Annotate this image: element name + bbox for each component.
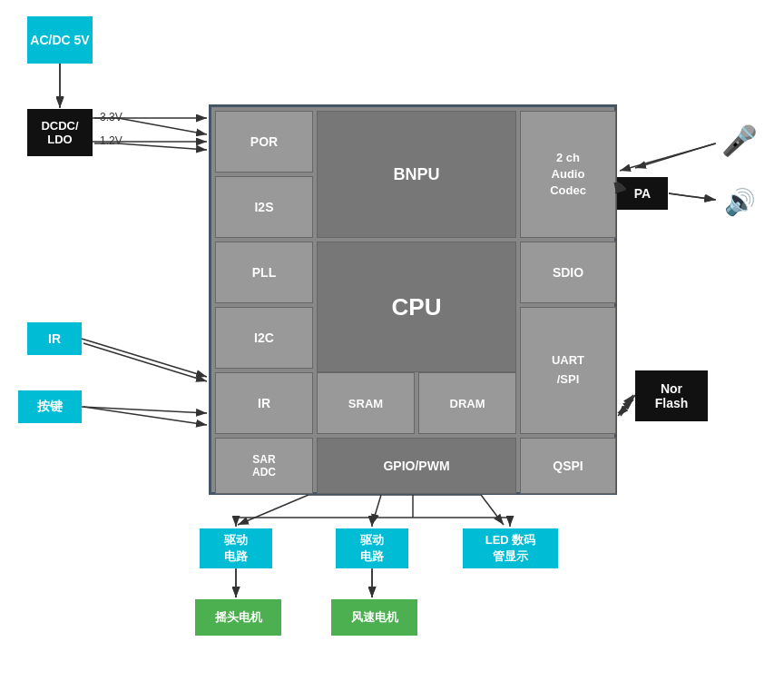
speaker-icon: 🔊: [717, 182, 762, 222]
svg-line-14: [372, 495, 381, 525]
cell-qspi: QSPI: [520, 438, 616, 494]
cell-por: POR: [215, 111, 313, 173]
led-box: LED 数码管显示: [463, 528, 558, 568]
svg-line-12: [621, 395, 635, 416]
cell-i2s: I2S: [215, 176, 313, 238]
v33-label: 3.3V: [100, 111, 122, 123]
cell-bnpu: BNPU: [317, 111, 516, 238]
svg-line-11: [619, 395, 633, 413]
svg-line-37: [618, 400, 633, 416]
svg-line-15: [481, 495, 504, 525]
drive1-box: 驱动电路: [200, 528, 272, 568]
svg-line-5: [83, 343, 207, 381]
svg-line-10: [635, 143, 715, 168]
cell-dram: DRAM: [418, 372, 516, 434]
cell-cpu: CPU: [317, 242, 516, 372]
acdc-box: AC/DC 5V: [27, 16, 93, 64]
cell-uart: UART/SPI: [520, 307, 616, 434]
cell-pll: PLL: [215, 242, 313, 303]
svg-line-24: [118, 118, 207, 134]
cell-audio: 2 chAudioCodec: [520, 111, 616, 238]
pa-box: PA: [617, 177, 668, 210]
v12-label: 1.2V: [100, 134, 122, 147]
cell-saradc: SARADC: [215, 438, 313, 494]
main-chip: POR BNPU 2 chAudioCodec I2S PLL CPU SDIO…: [209, 104, 617, 495]
cell-sdio: SDIO: [520, 242, 616, 303]
norflash-box: NorFlash: [635, 370, 708, 421]
drive2-box: 驱动电路: [336, 528, 408, 568]
motor2-box: 风速电机: [331, 599, 417, 636]
svg-line-35: [620, 143, 716, 171]
cell-ir: IR: [215, 372, 313, 434]
cell-sram: SRAM: [317, 372, 415, 434]
cell-i2c: I2C: [215, 307, 313, 369]
svg-line-27: [82, 339, 207, 377]
anjian-box: 按键: [18, 390, 82, 423]
dcdc-box: DCDC/LDO: [27, 109, 93, 156]
svg-line-26: [118, 143, 207, 150]
motor1-box: 摇头电机: [195, 599, 281, 636]
microphone-icon: 🎤: [717, 118, 762, 163]
svg-line-9: [669, 193, 715, 200]
svg-line-6: [83, 407, 207, 425]
svg-line-36: [618, 400, 633, 413]
diagram: AC/DC 5V DCDC/LDO 3.3V 1.2V IR 按键 POR BN…: [0, 0, 784, 681]
svg-line-13: [238, 495, 309, 525]
cell-gpio: GPIO/PWM: [317, 438, 516, 494]
svg-line-28: [82, 407, 207, 413]
ir-box: IR: [27, 322, 82, 355]
svg-line-34: [669, 193, 716, 200]
